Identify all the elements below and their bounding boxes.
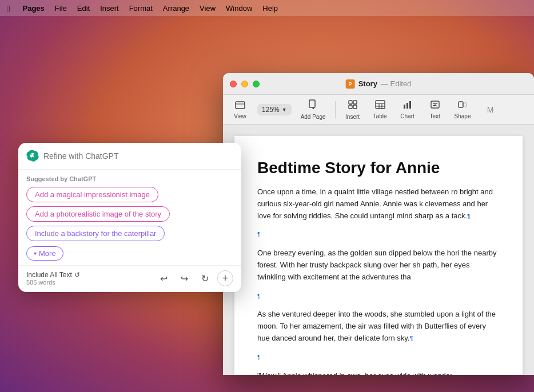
add-page-label: Add Page (301, 114, 326, 120)
pages-app-icon: P (346, 79, 355, 89)
window-maximize-button[interactable] (253, 81, 260, 87)
shape-label: Shape (455, 113, 471, 119)
toolbar: View 125% ▼ Add Page (223, 95, 534, 125)
suggestion-chip-3[interactable]: Include a backstory for the caterpillar (26, 226, 165, 241)
suggestions-label: Suggested by ChatGPT (26, 175, 233, 182)
footer-info: Include All Text ↺ 585 words (26, 271, 80, 286)
toolbar-insert[interactable]: Insert (340, 97, 365, 122)
toolbar-zoom[interactable]: 125% ▼ (257, 104, 292, 115)
include-label: Include All Text (26, 271, 72, 279)
toolbar-text[interactable]: A Text (423, 98, 448, 122)
svg-rect-0 (236, 102, 245, 109)
add-page-icon (309, 99, 318, 113)
more-label: More (39, 249, 56, 258)
include-all-text[interactable]: Include All Text ↺ (26, 271, 80, 279)
suggestion-chip-2[interactable]: Add a photorealistic image of the story (26, 206, 170, 222)
document-page: Bedtime Story for Annie Once upon a time… (234, 136, 523, 375)
apple-menu[interactable]:  (7, 3, 10, 13)
window-title-area: P Story — Edited (346, 79, 412, 89)
svg-text:A: A (434, 103, 437, 107)
menubar-window[interactable]: Window (226, 4, 252, 13)
word-count: 585 words (26, 279, 80, 286)
svg-rect-14 (404, 105, 405, 109)
zoom-value: 125% (262, 106, 280, 114)
chatgpt-footer: Include All Text ↺ 585 words ↩ ↪ ↻ + (18, 265, 241, 292)
svg-rect-15 (407, 103, 408, 109)
undo-button[interactable]: ↩ (156, 270, 172, 286)
menubar:  Pages File Edit Insert Format Arrange … (0, 0, 534, 16)
document-content-area[interactable]: Bedtime Story for Annie Once upon a time… (223, 125, 534, 375)
window-controls (230, 81, 260, 87)
svg-rect-8 (353, 105, 357, 109)
document-title: Story (358, 79, 377, 88)
more-suggestions-button[interactable]: ▾ More (26, 246, 63, 261)
pages-window: P Story — Edited View 125% ▼ (223, 73, 534, 375)
shape-icon (457, 100, 468, 112)
svg-rect-9 (376, 101, 385, 109)
view-label: View (234, 113, 246, 119)
svg-rect-16 (409, 101, 411, 109)
insert-icon (348, 99, 358, 113)
menubar-pages[interactable]: Pages (22, 4, 44, 13)
toolbar-add-page[interactable]: Add Page (296, 97, 330, 122)
toolbar-shape[interactable]: Shape (450, 98, 476, 122)
chatgpt-input-row (18, 143, 241, 170)
document-pilcrow-2: ¶ (257, 290, 500, 302)
window-minimize-button[interactable] (241, 81, 248, 87)
chart-icon (403, 100, 413, 112)
footer-actions: ↩ ↪ ↻ + (156, 270, 233, 286)
toolbar-more[interactable]: M (477, 103, 503, 117)
add-button[interactable]: + (217, 270, 233, 286)
svg-rect-2 (309, 100, 315, 107)
document-pilcrow-1: ¶ (257, 229, 500, 241)
more-chevron-icon: ▾ (34, 250, 37, 257)
document-pilcrow-3: ¶ (257, 351, 500, 363)
suggestions-area: Suggested by ChatGPT Add a magical impre… (18, 170, 241, 265)
insert-label: Insert (345, 114, 360, 120)
chatgpt-refine-input[interactable] (43, 151, 233, 161)
chatgpt-panel: Suggested by ChatGPT Add a magical impre… (18, 143, 241, 292)
view-icon (235, 100, 245, 112)
document-paragraph-4: "Wow," Annie whispered in awe, her eyes … (257, 370, 500, 375)
toolbar-separator-1 (335, 101, 336, 118)
document-paragraph-2: One breezy evening, as the golden sun di… (257, 247, 500, 283)
svg-rect-5 (349, 101, 352, 104)
svg-rect-7 (349, 105, 352, 109)
menubar-edit[interactable]: Edit (77, 4, 90, 13)
menubar-help[interactable]: Help (262, 4, 278, 13)
menubar-insert[interactable]: Insert (100, 4, 119, 13)
toolbar-view[interactable]: View (228, 98, 253, 122)
window-titlebar: P Story — Edited (223, 73, 534, 95)
include-refresh-icon: ↺ (74, 271, 80, 279)
text-icon: A (430, 100, 440, 112)
toolbar-chart[interactable]: Chart (395, 98, 420, 122)
document-paragraph-3: As she ventured deeper into the woods, s… (257, 309, 500, 344)
chatgpt-logo-icon (26, 150, 39, 162)
menubar-view[interactable]: View (200, 4, 216, 13)
menubar-file[interactable]: File (55, 4, 67, 13)
redo-button[interactable]: ↪ (176, 270, 192, 286)
window-close-button[interactable] (230, 81, 237, 87)
document-paragraph-1: Once upon a time, in a quaint little vil… (257, 186, 500, 222)
text-label: Text (429, 113, 440, 119)
chart-label: Chart (400, 113, 414, 119)
document-status: — Edited (381, 79, 412, 88)
toolbar-table[interactable]: Table (368, 98, 393, 122)
table-icon (375, 100, 385, 112)
svg-rect-6 (353, 101, 357, 104)
more-toolbar-icon: M (487, 105, 494, 114)
refresh-button[interactable]: ↻ (197, 270, 213, 286)
document-heading: Bedtime Story for Annie (257, 159, 500, 177)
svg-rect-21 (459, 102, 463, 107)
menubar-format[interactable]: Format (129, 4, 153, 13)
suggestion-chip-1[interactable]: Add a magical impressionist image (26, 187, 158, 202)
zoom-chevron-icon: ▼ (282, 107, 287, 113)
menubar-arrange[interactable]: Arrange (163, 4, 189, 13)
table-label: Table (373, 113, 387, 119)
